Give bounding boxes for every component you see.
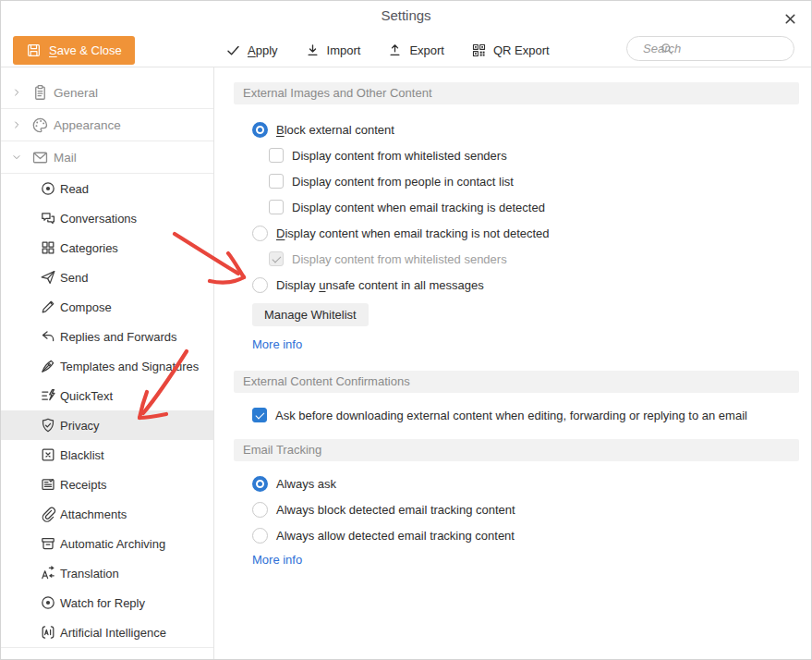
radio-selected-icon[interactable] (252, 476, 268, 492)
apply-button[interactable]: Apply (225, 43, 278, 58)
sidebar-item-label: Compose (60, 300, 112, 314)
sidebar-item-privacy[interactable]: Privacy (1, 410, 213, 440)
section-header-email-tracking: Email Tracking (234, 439, 799, 461)
sidebar-item-automatic-archiving[interactable]: Automatic Archiving (1, 529, 213, 558)
sidebar-item-label: Categories (60, 241, 118, 255)
radio-option-always-block[interactable]: Always block detected email tracking con… (252, 496, 799, 522)
paperclip-icon (40, 506, 56, 522)
option-label: Ask before downloading external content … (275, 409, 747, 422)
sidebar-item-label: Attachments (60, 507, 127, 521)
header: Settings Save & Close Apply Import Expor… (1, 1, 811, 67)
sidebar-item-label: General (54, 86, 98, 100)
sidebar-item-watch-for-reply[interactable]: Watch for Reply (1, 588, 213, 617)
sidebar-item-label: Watch for Reply (60, 596, 145, 610)
shield-check-icon (40, 417, 56, 434)
sidebar-item-label: Translation (60, 567, 119, 581)
sidebar-item-artificial-intelligence[interactable]: Artificial Intelligence (1, 617, 213, 647)
radio-option-block-external-content[interactable]: Block external content (252, 116, 799, 142)
email-tracking-options: Always ask Always block detected email t… (252, 471, 799, 548)
import-label: Import (327, 43, 361, 57)
radio-unselected-icon[interactable] (252, 528, 268, 544)
more-info-link[interactable]: More info (252, 337, 302, 351)
floppy-disk-icon (26, 43, 42, 58)
sidebar-item-conversations[interactable]: Conversations (1, 203, 213, 233)
checkbox-unchecked-icon[interactable] (269, 200, 284, 214)
envelope-icon (31, 149, 49, 166)
checkbox-unchecked-icon[interactable] (269, 174, 284, 189)
manage-whitelist-button[interactable]: Manage Whitelist (252, 303, 369, 326)
pencil-icon (40, 299, 56, 315)
sidebar-item-attachments[interactable]: Attachments (1, 499, 213, 529)
translate-icon (40, 565, 56, 581)
checkbox-option-ask-before-downloading[interactable]: Ask before downloading external content … (252, 402, 799, 428)
palette-icon (31, 116, 49, 134)
chevron-down-icon (11, 152, 22, 163)
checkbox-checked-icon[interactable] (252, 408, 267, 422)
option-label: Always block detected email tracking con… (276, 503, 515, 517)
save-close-label: Save & Close (49, 43, 122, 57)
sidebar-item-appearance[interactable]: Appearance (1, 109, 213, 141)
option-label: Display content when email tracking is n… (276, 226, 550, 240)
qr-code-icon (471, 43, 487, 58)
checkbox-option-display-whitelisted[interactable]: Display content from whitelisted senders (269, 142, 799, 168)
sidebar-item-label: Read (60, 182, 89, 196)
export-label: Export (409, 43, 444, 57)
sidebar-item-mail[interactable]: Mail (1, 141, 213, 173)
sidebar-item-replies-forwards[interactable]: Replies and Forwards (1, 322, 213, 351)
section-header-external-content-confirmations: External Content Confirmations (234, 371, 799, 393)
clipboard-icon (31, 84, 49, 102)
qr-export-label: QR Export (493, 43, 550, 57)
privacy-settings-panel: External Images and Other Content Block … (214, 67, 811, 659)
sidebar-item-label: Templates and Signatures (60, 360, 199, 373)
sidebar-item-blacklist[interactable]: Blacklist (1, 440, 213, 470)
grid-icon (40, 239, 56, 256)
sidebar-item-partial[interactable] (1, 648, 213, 659)
checkbox-option-display-whitelisted-disabled: Display content from whitelisted senders (269, 246, 799, 272)
sidebar-item-templates-signatures[interactable]: Templates and Signatures (1, 351, 213, 381)
option-label: Display content from people in contact l… (292, 175, 514, 189)
search-box[interactable] (626, 36, 794, 61)
eye-icon (40, 180, 56, 197)
radio-unselected-icon[interactable] (252, 226, 268, 241)
export-button[interactable]: Export (387, 43, 444, 58)
close-icon (782, 11, 798, 27)
close-button[interactable] (778, 6, 802, 31)
import-button[interactable]: Import (305, 43, 361, 58)
sidebar-item-label: Blacklist (60, 448, 104, 462)
sidebar-item-general[interactable]: General (1, 77, 213, 108)
chevron-right-icon (11, 119, 22, 130)
radio-option-always-ask[interactable]: Always ask (252, 471, 799, 496)
speech-bubbles-icon (40, 210, 56, 226)
sidebar-item-receipts[interactable]: Receipts (1, 470, 213, 499)
qr-export-button[interactable]: QR Export (471, 43, 550, 58)
toolbar: Apply Import Export QR Export (225, 36, 550, 65)
sidebar-item-compose[interactable]: Compose (1, 292, 213, 322)
import-arrow-icon (305, 43, 321, 58)
section-header-external-images: External Images and Other Content (234, 82, 799, 104)
sidebar-item-send[interactable]: Send (1, 263, 213, 292)
sidebar-item-label: Mail (54, 151, 77, 165)
paper-plane-icon (40, 269, 56, 286)
export-arrow-icon (387, 43, 403, 58)
sidebar-item-translation[interactable]: Translation (1, 558, 213, 588)
option-label: Display content when email tracking is d… (292, 201, 545, 214)
sidebar-item-categories[interactable]: Categories (1, 233, 213, 263)
radio-unselected-icon[interactable] (252, 277, 268, 293)
sidebar-item-label: QuickText (60, 389, 113, 403)
save-close-button[interactable]: Save & Close (13, 36, 135, 65)
option-label: Display unsafe content in all messages (276, 278, 484, 292)
sidebar-item-read[interactable]: Read (1, 174, 213, 203)
radio-unselected-icon[interactable] (252, 502, 268, 518)
radio-selected-icon[interactable] (252, 122, 268, 138)
checkbox-option-display-tracking-detected[interactable]: Display content when email tracking is d… (269, 194, 799, 220)
radio-option-always-allow[interactable]: Always allow detected email tracking con… (252, 522, 799, 548)
sidebar-item-label: Receipts (60, 478, 107, 492)
sidebar-item-label: Artificial Intelligence (60, 626, 166, 640)
checkbox-unchecked-icon[interactable] (269, 148, 284, 163)
radio-option-display-unsafe-all[interactable]: Display unsafe content in all messages (252, 272, 799, 298)
radio-option-display-when-no-tracking[interactable]: Display content when email tracking is n… (252, 220, 799, 246)
checkbox-option-display-contacts[interactable]: Display content from people in contact l… (269, 168, 799, 194)
sidebar-item-quicktext[interactable]: QuickText (1, 381, 213, 410)
option-label: Block external content (276, 123, 394, 137)
more-info-link[interactable]: More info (252, 553, 302, 567)
